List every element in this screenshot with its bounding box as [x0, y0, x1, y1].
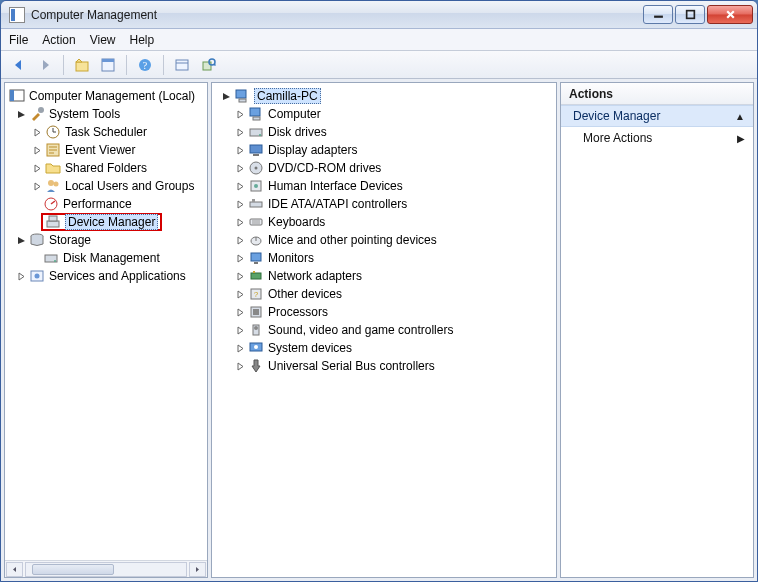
up-button[interactable]	[70, 54, 94, 76]
tree-task-scheduler[interactable]: Task Scheduler	[5, 123, 207, 141]
highlight-box: Device Manager	[41, 213, 162, 231]
svg-rect-29	[49, 216, 57, 221]
close-button[interactable]	[707, 5, 753, 24]
expand-icon[interactable]	[234, 252, 246, 264]
expand-icon[interactable]	[234, 360, 246, 372]
submenu-icon: ▶	[737, 133, 745, 144]
maximize-button[interactable]	[675, 5, 705, 24]
tree-event-viewer[interactable]: Event Viewer	[5, 141, 207, 159]
svg-rect-15	[10, 90, 14, 101]
svg-point-65	[254, 345, 258, 349]
expand-icon[interactable]	[234, 270, 246, 282]
expand-icon[interactable]	[234, 234, 246, 246]
show-hide-button[interactable]	[170, 54, 194, 76]
expand-icon[interactable]	[234, 324, 246, 336]
collapse-icon[interactable]	[220, 90, 232, 102]
users-icon	[45, 178, 61, 194]
device-category[interactable]: Mice and other pointing devices	[212, 231, 556, 249]
device-category[interactable]: Sound, video and game controllers	[212, 321, 556, 339]
expand-icon[interactable]	[31, 180, 43, 192]
tree-performance[interactable]: Performance	[5, 195, 207, 213]
device-label: Mice and other pointing devices	[268, 233, 437, 247]
device-category[interactable]: ?Other devices	[212, 285, 556, 303]
properties-button[interactable]	[96, 54, 120, 76]
refresh-button[interactable]	[196, 54, 220, 76]
expand-icon[interactable]	[234, 342, 246, 354]
expand-icon[interactable]	[31, 144, 43, 156]
tree-system-tools[interactable]: System Tools	[5, 105, 207, 123]
device-category[interactable]: Disk drives	[212, 123, 556, 141]
svg-point-16	[38, 107, 44, 113]
device-tree[interactable]: Camilla-PC ComputerDisk drivesDisplay ad…	[212, 83, 556, 577]
expand-icon[interactable]	[234, 180, 246, 192]
device-category[interactable]: Keyboards	[212, 213, 556, 231]
svg-rect-41	[250, 145, 262, 153]
device-category[interactable]: Processors	[212, 303, 556, 321]
device-label: Display adapters	[268, 143, 357, 157]
tree-services-apps[interactable]: Services and Applications	[5, 267, 207, 285]
device-category[interactable]: Universal Serial Bus controllers	[212, 357, 556, 375]
scope-pane: Computer Management (Local) System Tools…	[4, 82, 208, 578]
expand-icon[interactable]	[234, 126, 246, 138]
device-label: Universal Serial Bus controllers	[268, 359, 435, 373]
collapse-icon: ▲	[735, 111, 745, 122]
forward-button[interactable]	[33, 54, 57, 76]
actions-section[interactable]: Device Manager ▲	[561, 105, 753, 127]
device-category[interactable]: IDE ATA/ATAPI controllers	[212, 195, 556, 213]
svg-point-24	[48, 180, 54, 186]
tools-icon	[29, 106, 45, 122]
device-category[interactable]: DVD/CD-ROM drives	[212, 159, 556, 177]
tree-disk-management[interactable]: Disk Management	[5, 249, 207, 267]
menu-action[interactable]: Action	[42, 33, 75, 47]
svg-text:?: ?	[254, 290, 259, 299]
expand-icon[interactable]	[234, 288, 246, 300]
expand-icon[interactable]	[234, 144, 246, 156]
device-icon	[248, 358, 264, 374]
device-category[interactable]: System devices	[212, 339, 556, 357]
svg-text:?: ?	[143, 60, 148, 71]
menu-help[interactable]: Help	[130, 33, 155, 47]
more-actions[interactable]: More Actions ▶	[561, 127, 753, 149]
horizontal-scrollbar[interactable]	[5, 560, 207, 577]
scroll-left-button[interactable]	[6, 562, 23, 577]
expand-icon[interactable]	[15, 270, 27, 282]
tree-local-users[interactable]: Local Users and Groups	[5, 177, 207, 195]
clock-icon	[45, 124, 61, 140]
collapse-icon[interactable]	[15, 108, 27, 120]
scroll-track[interactable]	[25, 562, 187, 577]
back-button[interactable]	[7, 54, 31, 76]
collapse-icon[interactable]	[15, 234, 27, 246]
actions-header: Actions	[561, 83, 753, 105]
window-title: Computer Management	[31, 8, 157, 22]
device-category[interactable]: Computer	[212, 105, 556, 123]
device-icon	[248, 124, 264, 140]
expand-icon[interactable]	[234, 216, 246, 228]
device-category[interactable]: Display adapters	[212, 141, 556, 159]
storage-icon	[29, 232, 45, 248]
tree-device-manager[interactable]: Device Manager	[5, 213, 207, 231]
expand-icon[interactable]	[234, 108, 246, 120]
svg-point-34	[35, 274, 40, 279]
expand-icon[interactable]	[234, 306, 246, 318]
titlebar[interactable]: Computer Management	[1, 1, 757, 29]
device-category[interactable]: Human Interface Devices	[212, 177, 556, 195]
minimize-button[interactable]	[643, 5, 673, 24]
tree-root[interactable]: Computer Management (Local)	[5, 87, 207, 105]
menu-file[interactable]: File	[9, 33, 28, 47]
expand-icon[interactable]	[31, 162, 43, 174]
folder-icon	[45, 160, 61, 176]
device-label: Processors	[268, 305, 328, 319]
help-button[interactable]: ?	[133, 54, 157, 76]
expand-icon[interactable]	[234, 162, 246, 174]
scroll-thumb[interactable]	[32, 564, 114, 575]
tree-shared-folders[interactable]: Shared Folders	[5, 159, 207, 177]
tree-storage[interactable]: Storage	[5, 231, 207, 249]
scope-tree[interactable]: Computer Management (Local) System Tools…	[5, 83, 207, 560]
scroll-right-button[interactable]	[189, 562, 206, 577]
menu-view[interactable]: View	[90, 33, 116, 47]
expand-icon[interactable]	[31, 126, 43, 138]
device-category[interactable]: Monitors	[212, 249, 556, 267]
device-category[interactable]: Network adapters	[212, 267, 556, 285]
device-root[interactable]: Camilla-PC	[212, 87, 556, 105]
expand-icon[interactable]	[234, 198, 246, 210]
